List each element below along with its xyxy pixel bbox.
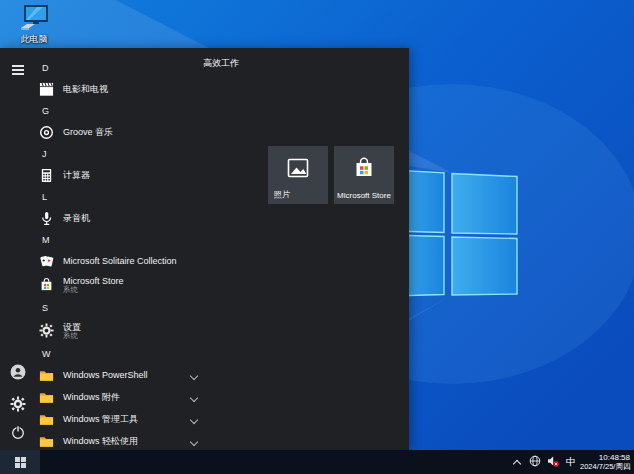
start-menu-folder-item[interactable]: Windows PowerShell — [36, 364, 212, 386]
app-item-label: 计算器 — [63, 170, 212, 180]
app-item-label: Groove 音乐 — [63, 127, 212, 137]
folder-icon — [38, 367, 54, 383]
windows-logo-icon — [15, 457, 26, 468]
app-list-letter-header[interactable]: M — [36, 229, 212, 250]
folder-icon — [38, 433, 54, 449]
app-item-sublabel: 系统 — [63, 286, 212, 294]
app-item-label: Windows 管理工具 — [63, 414, 191, 424]
user-account-button[interactable] — [9, 365, 27, 383]
clock[interactable]: 10:48:58 2024/7/25/周四 — [580, 453, 634, 471]
app-list-letter-header[interactable]: L — [36, 186, 212, 207]
start-menu-app-item[interactable]: Microsoft Store系统 — [36, 272, 212, 297]
store-icon — [334, 156, 394, 180]
taskbar: 中 10:48:58 2024/7/25/周四 — [0, 450, 634, 474]
tile-area: 高效工作 照片 Microsoft Store — [196, 48, 409, 450]
app-item-label: Microsoft Solitaire Collection — [63, 256, 212, 266]
tray-overflow-button[interactable] — [511, 450, 526, 474]
app-item-label: 录音机 — [63, 213, 212, 223]
expand-menu-button[interactable] — [9, 61, 27, 79]
app-list-letter-header[interactable]: S — [36, 297, 212, 318]
system-tray: 中 10:48:58 2024/7/25/周四 — [511, 450, 634, 474]
app-item-label: 设置 — [63, 322, 212, 332]
app-list-letter-header[interactable]: J — [36, 143, 212, 164]
voice-recorder-icon — [38, 210, 54, 226]
start-menu-folder-item[interactable]: Windows 附件 — [36, 386, 212, 408]
start-menu-app-item[interactable]: 录音机 — [36, 207, 212, 229]
clock-time: 10:48:58 — [580, 453, 632, 462]
store-icon — [38, 277, 54, 293]
tile-store-label: Microsoft Store — [334, 191, 394, 200]
groove-music-icon — [38, 124, 54, 140]
app-item-label: Microsoft Store — [63, 276, 212, 286]
folder-icon — [38, 389, 54, 405]
ime-indicator[interactable]: 中 — [562, 455, 580, 469]
user-avatar-icon — [10, 364, 26, 384]
start-menu: D电影和电视GGroove 音乐J计算器L录音机M♠♥Microsoft Sol… — [0, 48, 409, 450]
tile-microsoft-store[interactable]: Microsoft Store — [334, 146, 394, 204]
start-menu-app-item[interactable]: ♠♥Microsoft Solitaire Collection — [36, 250, 212, 272]
this-pc-icon — [19, 4, 49, 32]
app-list: D电影和电视GGroove 音乐J计算器L录音机M♠♥Microsoft Sol… — [36, 48, 212, 450]
clock-date: 2024/7/25/周四 — [580, 462, 632, 471]
power-icon — [10, 424, 26, 444]
solitaire-icon: ♠♥ — [38, 253, 54, 269]
speaker-muted-icon — [547, 453, 559, 471]
app-list-letter-header[interactable]: G — [36, 100, 212, 121]
start-menu-folder-item[interactable]: Windows 管理工具 — [36, 408, 212, 430]
start-menu-app-item[interactable]: 设置系统 — [36, 318, 212, 343]
gear-icon — [10, 396, 26, 416]
tile-photos-label: 照片 — [274, 189, 290, 200]
volume-button[interactable] — [544, 450, 562, 474]
start-button[interactable] — [0, 450, 40, 474]
app-item-label: 电影和电视 — [63, 84, 212, 94]
app-list-letter-header[interactable]: W — [36, 343, 212, 364]
this-pc-label: 此电脑 — [10, 33, 58, 46]
movies-tv-icon — [38, 81, 54, 97]
settings-icon — [38, 323, 54, 339]
calculator-icon — [38, 167, 54, 183]
tile-row: 照片 Microsoft Store — [268, 146, 394, 204]
start-menu-app-item[interactable]: Groove 音乐 — [36, 121, 212, 143]
chevron-up-icon — [514, 459, 521, 466]
network-status-button[interactable] — [526, 450, 544, 474]
power-button[interactable] — [9, 425, 27, 443]
folder-icon — [38, 411, 54, 427]
network-globe-icon — [529, 453, 541, 471]
photos-icon — [268, 156, 328, 180]
settings-button[interactable] — [9, 397, 27, 415]
start-menu-folder-item[interactable]: Windows 轻松使用 — [36, 430, 212, 450]
start-menu-rail — [0, 48, 36, 450]
start-menu-app-item[interactable]: 电影和电视 — [36, 78, 212, 100]
app-item-label: Windows 附件 — [63, 392, 191, 402]
app-item-sublabel: 系统 — [63, 332, 212, 340]
desktop-icon-this-pc[interactable]: 此电脑 — [10, 4, 58, 46]
app-list-letter-header[interactable]: D — [36, 57, 212, 78]
app-item-label: Windows 轻松使用 — [63, 436, 191, 446]
tile-group-header: 高效工作 — [203, 57, 239, 70]
tile-photos[interactable]: 照片 — [268, 146, 328, 204]
start-menu-app-item[interactable]: 计算器 — [36, 164, 212, 186]
app-item-label: Windows PowerShell — [63, 370, 191, 380]
